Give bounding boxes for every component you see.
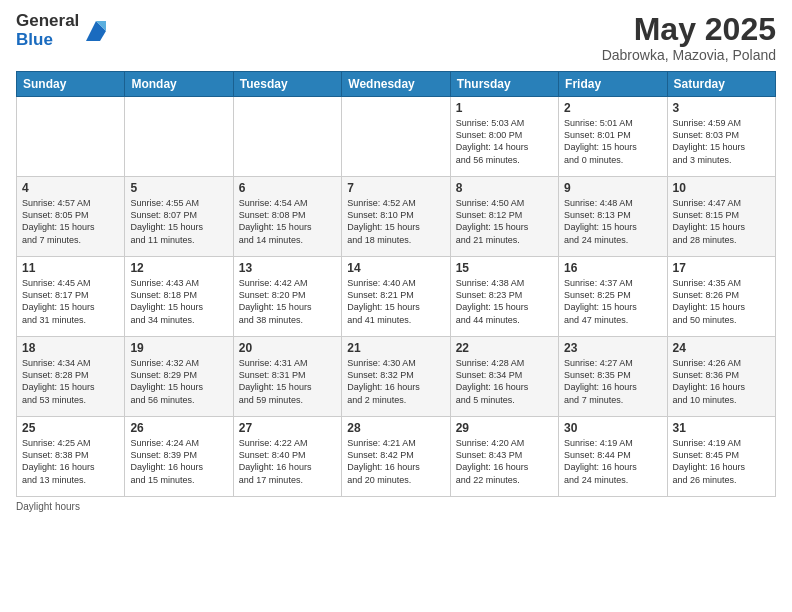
day-number: 13 (239, 261, 336, 275)
day-number: 30 (564, 421, 661, 435)
day-cell: 14Sunrise: 4:40 AM Sunset: 8:21 PM Dayli… (342, 257, 450, 337)
day-cell: 9Sunrise: 4:48 AM Sunset: 8:13 PM Daylig… (559, 177, 667, 257)
day-number: 10 (673, 181, 770, 195)
weekday-header-row: SundayMondayTuesdayWednesdayThursdayFrid… (17, 72, 776, 97)
day-cell: 10Sunrise: 4:47 AM Sunset: 8:15 PM Dayli… (667, 177, 775, 257)
day-cell: 12Sunrise: 4:43 AM Sunset: 8:18 PM Dayli… (125, 257, 233, 337)
day-cell (125, 97, 233, 177)
day-number: 31 (673, 421, 770, 435)
day-info: Sunrise: 4:28 AM Sunset: 8:34 PM Dayligh… (456, 357, 553, 406)
day-info: Sunrise: 4:20 AM Sunset: 8:43 PM Dayligh… (456, 437, 553, 486)
day-info: Sunrise: 4:55 AM Sunset: 8:07 PM Dayligh… (130, 197, 227, 246)
day-number: 29 (456, 421, 553, 435)
day-info: Sunrise: 4:27 AM Sunset: 8:35 PM Dayligh… (564, 357, 661, 406)
weekday-header-saturday: Saturday (667, 72, 775, 97)
day-cell: 30Sunrise: 4:19 AM Sunset: 8:44 PM Dayli… (559, 417, 667, 497)
day-cell: 11Sunrise: 4:45 AM Sunset: 8:17 PM Dayli… (17, 257, 125, 337)
day-number: 5 (130, 181, 227, 195)
weekday-header-thursday: Thursday (450, 72, 558, 97)
day-cell: 7Sunrise: 4:52 AM Sunset: 8:10 PM Daylig… (342, 177, 450, 257)
day-cell: 8Sunrise: 4:50 AM Sunset: 8:12 PM Daylig… (450, 177, 558, 257)
weekday-header-friday: Friday (559, 72, 667, 97)
day-info: Sunrise: 4:42 AM Sunset: 8:20 PM Dayligh… (239, 277, 336, 326)
logo-blue: Blue (16, 31, 79, 50)
day-number: 17 (673, 261, 770, 275)
day-number: 22 (456, 341, 553, 355)
week-row-1: 4Sunrise: 4:57 AM Sunset: 8:05 PM Daylig… (17, 177, 776, 257)
day-cell: 6Sunrise: 4:54 AM Sunset: 8:08 PM Daylig… (233, 177, 341, 257)
day-number: 19 (130, 341, 227, 355)
weekday-header-wednesday: Wednesday (342, 72, 450, 97)
day-info: Sunrise: 4:24 AM Sunset: 8:39 PM Dayligh… (130, 437, 227, 486)
day-cell: 20Sunrise: 4:31 AM Sunset: 8:31 PM Dayli… (233, 337, 341, 417)
month-title: May 2025 (602, 12, 776, 47)
calendar-body: 1Sunrise: 5:03 AM Sunset: 8:00 PM Daylig… (17, 97, 776, 497)
day-info: Sunrise: 4:35 AM Sunset: 8:26 PM Dayligh… (673, 277, 770, 326)
day-cell: 31Sunrise: 4:19 AM Sunset: 8:45 PM Dayli… (667, 417, 775, 497)
day-cell: 26Sunrise: 4:24 AM Sunset: 8:39 PM Dayli… (125, 417, 233, 497)
day-number: 2 (564, 101, 661, 115)
day-cell: 18Sunrise: 4:34 AM Sunset: 8:28 PM Dayli… (17, 337, 125, 417)
page-header: General Blue May 2025 Dabrowka, Mazovia,… (16, 12, 776, 63)
day-cell: 29Sunrise: 4:20 AM Sunset: 8:43 PM Dayli… (450, 417, 558, 497)
day-cell: 4Sunrise: 4:57 AM Sunset: 8:05 PM Daylig… (17, 177, 125, 257)
day-cell: 27Sunrise: 4:22 AM Sunset: 8:40 PM Dayli… (233, 417, 341, 497)
day-number: 11 (22, 261, 119, 275)
day-info: Sunrise: 4:45 AM Sunset: 8:17 PM Dayligh… (22, 277, 119, 326)
day-info: Sunrise: 4:25 AM Sunset: 8:38 PM Dayligh… (22, 437, 119, 486)
day-info: Sunrise: 4:47 AM Sunset: 8:15 PM Dayligh… (673, 197, 770, 246)
day-number: 27 (239, 421, 336, 435)
day-cell: 22Sunrise: 4:28 AM Sunset: 8:34 PM Dayli… (450, 337, 558, 417)
day-cell: 3Sunrise: 4:59 AM Sunset: 8:03 PM Daylig… (667, 97, 775, 177)
logo: General Blue (16, 12, 110, 49)
day-info: Sunrise: 4:54 AM Sunset: 8:08 PM Dayligh… (239, 197, 336, 246)
calendar-table: SundayMondayTuesdayWednesdayThursdayFrid… (16, 71, 776, 497)
day-info: Sunrise: 4:43 AM Sunset: 8:18 PM Dayligh… (130, 277, 227, 326)
day-number: 15 (456, 261, 553, 275)
day-cell: 19Sunrise: 4:32 AM Sunset: 8:29 PM Dayli… (125, 337, 233, 417)
day-info: Sunrise: 4:19 AM Sunset: 8:44 PM Dayligh… (564, 437, 661, 486)
day-cell: 21Sunrise: 4:30 AM Sunset: 8:32 PM Dayli… (342, 337, 450, 417)
day-info: Sunrise: 4:19 AM Sunset: 8:45 PM Dayligh… (673, 437, 770, 486)
day-number: 21 (347, 341, 444, 355)
day-cell: 2Sunrise: 5:01 AM Sunset: 8:01 PM Daylig… (559, 97, 667, 177)
day-info: Sunrise: 5:03 AM Sunset: 8:00 PM Dayligh… (456, 117, 553, 166)
day-number: 7 (347, 181, 444, 195)
day-number: 25 (22, 421, 119, 435)
day-cell: 15Sunrise: 4:38 AM Sunset: 8:23 PM Dayli… (450, 257, 558, 337)
day-number: 9 (564, 181, 661, 195)
day-number: 24 (673, 341, 770, 355)
day-number: 12 (130, 261, 227, 275)
day-info: Sunrise: 4:30 AM Sunset: 8:32 PM Dayligh… (347, 357, 444, 406)
title-block: May 2025 Dabrowka, Mazovia, Poland (602, 12, 776, 63)
day-info: Sunrise: 4:40 AM Sunset: 8:21 PM Dayligh… (347, 277, 444, 326)
logo-icon (82, 17, 110, 45)
day-cell (17, 97, 125, 177)
day-info: Sunrise: 4:57 AM Sunset: 8:05 PM Dayligh… (22, 197, 119, 246)
day-cell (233, 97, 341, 177)
day-number: 1 (456, 101, 553, 115)
day-info: Sunrise: 4:52 AM Sunset: 8:10 PM Dayligh… (347, 197, 444, 246)
day-cell: 25Sunrise: 4:25 AM Sunset: 8:38 PM Dayli… (17, 417, 125, 497)
day-number: 4 (22, 181, 119, 195)
day-cell: 1Sunrise: 5:03 AM Sunset: 8:00 PM Daylig… (450, 97, 558, 177)
day-cell: 28Sunrise: 4:21 AM Sunset: 8:42 PM Dayli… (342, 417, 450, 497)
day-cell: 24Sunrise: 4:26 AM Sunset: 8:36 PM Dayli… (667, 337, 775, 417)
day-number: 8 (456, 181, 553, 195)
day-cell: 13Sunrise: 4:42 AM Sunset: 8:20 PM Dayli… (233, 257, 341, 337)
day-info: Sunrise: 4:37 AM Sunset: 8:25 PM Dayligh… (564, 277, 661, 326)
day-info: Sunrise: 4:34 AM Sunset: 8:28 PM Dayligh… (22, 357, 119, 406)
location: Dabrowka, Mazovia, Poland (602, 47, 776, 63)
week-row-2: 11Sunrise: 4:45 AM Sunset: 8:17 PM Dayli… (17, 257, 776, 337)
day-number: 3 (673, 101, 770, 115)
day-number: 16 (564, 261, 661, 275)
day-number: 28 (347, 421, 444, 435)
day-cell: 17Sunrise: 4:35 AM Sunset: 8:26 PM Dayli… (667, 257, 775, 337)
day-info: Sunrise: 4:22 AM Sunset: 8:40 PM Dayligh… (239, 437, 336, 486)
day-info: Sunrise: 4:48 AM Sunset: 8:13 PM Dayligh… (564, 197, 661, 246)
week-row-0: 1Sunrise: 5:03 AM Sunset: 8:00 PM Daylig… (17, 97, 776, 177)
day-number: 23 (564, 341, 661, 355)
day-number: 6 (239, 181, 336, 195)
day-info: Sunrise: 4:38 AM Sunset: 8:23 PM Dayligh… (456, 277, 553, 326)
day-info: Sunrise: 4:32 AM Sunset: 8:29 PM Dayligh… (130, 357, 227, 406)
